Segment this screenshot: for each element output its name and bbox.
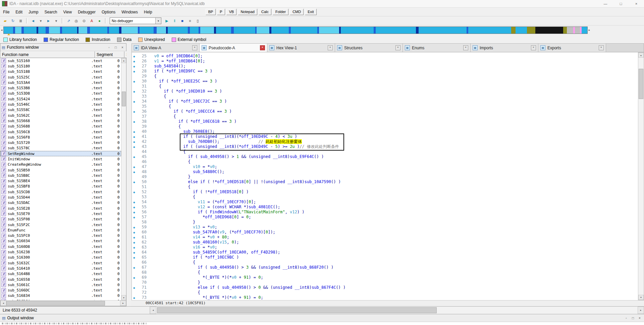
function-row[interactable]: fsub_515F2C.text0	[0, 222, 121, 227]
tab-exports[interactable]: ▦Exports×	[538, 44, 606, 52]
function-row[interactable]: fInitWindow.text0	[0, 156, 121, 162]
band-scroll-right-icon[interactable]: ►	[588, 26, 591, 33]
code-line[interactable]: ●56 if ( FindWindowW(L"TNavicatMainForm"…	[132, 210, 638, 215]
scroll-left-icon[interactable]: ◄	[150, 307, 156, 314]
tab-close-icon[interactable]: ×	[395, 45, 400, 50]
quick-button-p[interactable]: P	[217, 9, 225, 15]
function-row[interactable]: fsub_5164B8.text0	[0, 271, 121, 277]
code-line[interactable]: ●30 if ( *off_10EE25C == 3 )	[132, 79, 638, 84]
code-line[interactable]: ●42 sub_760DB0(); // 此处初始化注册窗体	[132, 139, 638, 144]
navigate-forward-icon[interactable]: ►	[45, 17, 52, 24]
code-line[interactable]: ●64 sub_54859C(off_10ECA00, off_F4D298);	[132, 250, 638, 255]
functions-vertical-scrollbar[interactable]: ▲ ▼	[121, 58, 126, 300]
pause-process-icon[interactable]: ‖	[171, 17, 178, 24]
function-row[interactable]: fsub_515160.text0	[0, 58, 121, 63]
code-line[interactable]: 29 {	[132, 74, 638, 79]
function-row[interactable]: fsub_515BE4.text0	[0, 178, 121, 184]
code-line[interactable]: ●73 *(_BYTE *)(*v0 + 91) = 0;	[132, 295, 638, 300]
functions-horizontal-scrollbar[interactable]: ◄ ►	[0, 300, 126, 306]
functions-window-titlebar[interactable]: ▤ Functions window ▫ □ ×	[0, 44, 126, 51]
code-line[interactable]: ●59 v13 = *v0;	[132, 225, 638, 230]
forward-history-dropdown-icon[interactable]: ▾	[53, 17, 60, 24]
code-line[interactable]: ●54 v11 = (*off_10ECF70)[0];	[132, 200, 638, 205]
tab-structures[interactable]: ▦Structures×	[335, 44, 403, 52]
code-line[interactable]: ●36 if ( *off_10ECCC4 == 3 )	[132, 109, 638, 114]
code-line[interactable]: 66 {	[132, 260, 638, 265]
menu-search[interactable]: Search	[41, 9, 60, 15]
code-line[interactable]: ●38 if ( *off_10EC618 == 3 )	[132, 119, 638, 124]
scroll-track[interactable]	[156, 307, 638, 314]
scroll-thumb[interactable]	[639, 69, 643, 99]
open-file-icon[interactable]: ▰	[2, 17, 9, 24]
code-line[interactable]: ●48 sub_54880C();	[132, 169, 638, 174]
scroll-right-icon[interactable]: ►	[120, 301, 126, 306]
function-row[interactable]: fsub_516834.text0	[0, 293, 121, 299]
scroll-right-icon[interactable]: ►	[638, 307, 644, 314]
function-row[interactable]: fsub_51558C.text0	[0, 107, 121, 113]
highlight-text-icon[interactable]: A	[88, 17, 95, 24]
quick-button-bp[interactable]: BP	[206, 9, 216, 15]
minimize-button[interactable]: —	[598, 0, 613, 7]
menu-edit[interactable]: Edit	[12, 9, 25, 15]
quick-button-notepad[interactable]: Notepad	[238, 9, 257, 15]
function-row[interactable]: fsub_515F08.text0	[0, 217, 121, 222]
code-line[interactable]: 39 {	[132, 124, 638, 129]
code-line[interactable]: ●69 *(_BYTE *)(*v0 + 91) = 0;	[132, 275, 638, 280]
code-line[interactable]: 37 {	[132, 114, 638, 119]
function-row[interactable]: fsub_51546C.text0	[0, 102, 121, 107]
scroll-thumb[interactable]	[6, 301, 105, 306]
function-row[interactable]: fEnumFunc.text0	[0, 227, 121, 233]
code-line[interactable]: ●57 *off_10ED968[0] = 0;	[132, 215, 638, 220]
pseudocode-view[interactable]: ●25 v0 = off_10EDB64[0];●26 v1 = *off_10…	[131, 52, 638, 300]
scroll-thumb[interactable]	[122, 92, 126, 106]
menu-debugger[interactable]: Debugger	[75, 9, 99, 15]
function-row[interactable]: fsub_515B8C.text0	[0, 173, 121, 178]
function-row[interactable]: fsub_51661C.text0	[0, 282, 121, 287]
code-line[interactable]: ●25 v0 = off_10EDB64[0];	[132, 54, 638, 59]
function-row[interactable]: fsub_515B50.text0	[0, 167, 121, 173]
output-close-icon[interactable]: ×	[637, 316, 642, 320]
function-row[interactable]: fsub_51525C.text0	[0, 74, 121, 80]
scroll-up-icon[interactable]: ▲	[638, 53, 644, 58]
code-vertical-scrollbar[interactable]: ▲ ▼	[638, 52, 644, 300]
code-line[interactable]: 35 {	[132, 104, 638, 109]
code-line[interactable]: ●26 v1 = *off_10EDB64[0];	[132, 59, 638, 64]
function-row[interactable]: fsub_515DAC.text0	[0, 200, 121, 206]
function-row[interactable]: fsub_5156F8.text0	[0, 134, 121, 140]
code-line[interactable]: ●63 v16 = *v0;	[132, 245, 638, 250]
code-line[interactable]: ●65 if ( *off_10EC9BC )	[132, 255, 638, 260]
tab-pseudocode-a[interactable]: ▦Pseudocode-A×	[200, 44, 267, 52]
menu-options[interactable]: Options	[99, 9, 118, 15]
code-line[interactable]: ●43 if ( (unsigned __int8)(*off_10ED49C …	[132, 144, 638, 149]
functions-restore-icon[interactable]: ▫	[107, 46, 111, 49]
code-line[interactable]: ●52 if ( !*off_10ED518[0] )	[132, 189, 638, 195]
code-line[interactable]: 51 {	[132, 184, 638, 189]
scroll-thumb[interactable]	[157, 307, 437, 313]
function-row[interactable]: fsub_516410.text0	[0, 266, 121, 271]
code-line[interactable]: 53 {	[132, 195, 638, 200]
function-row[interactable]: fsub_516558.text0	[0, 277, 121, 282]
function-row[interactable]: fsub_515180.text0	[0, 63, 121, 69]
quick-button-calc[interactable]: Calc	[259, 9, 271, 15]
function-row[interactable]: fsub_51562C.text0	[0, 113, 121, 118]
quick-button-exit[interactable]: Exit	[305, 9, 316, 15]
output-restore-icon[interactable]: ▫	[624, 316, 629, 320]
start-process-icon[interactable]: ▶	[163, 17, 170, 24]
tab-close-icon[interactable]: ×	[463, 45, 468, 50]
function-row[interactable]: fsub_516034.text0	[0, 238, 121, 244]
column-header-function-name[interactable]: Function name	[0, 51, 95, 58]
trace-icon[interactable]: ●	[96, 17, 103, 24]
quick-button-cmd[interactable]: CMD	[290, 9, 304, 15]
search-icon[interactable]: ◎	[73, 17, 80, 24]
function-row[interactable]: fsub_515720.text0	[0, 140, 121, 145]
tab-enums[interactable]: ▦Enums×	[403, 44, 471, 52]
tab-imports[interactable]: ▦Imports×	[471, 44, 538, 52]
output-maximize-icon[interactable]: □	[631, 316, 635, 320]
search-next-icon[interactable]: ⊙	[80, 17, 88, 24]
chevron-down-icon[interactable]: ▾	[155, 18, 161, 24]
code-line[interactable]: ●60 sub_547FA0(v9, (*off_10ECF70)[0]);	[132, 230, 638, 235]
function-row[interactable]: fsub_51578C.text0	[0, 146, 121, 151]
scroll-down-icon[interactable]: ▼	[638, 295, 644, 300]
maximize-button[interactable]: □	[613, 0, 629, 7]
function-row[interactable]: fsub_515D44.text0	[0, 195, 121, 200]
